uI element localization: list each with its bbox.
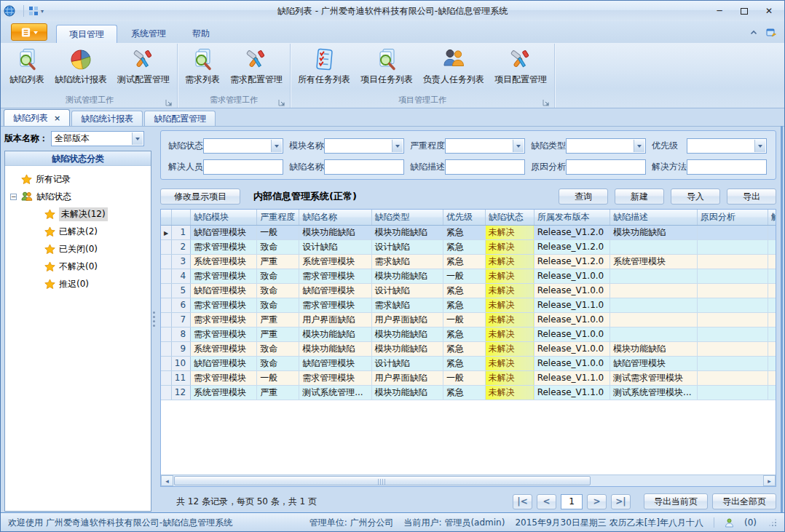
table-row[interactable]: 9系统管理模块致命模块功能缺陷模块功能缺陷紧急未解决Release_V1.0.0… (161, 341, 776, 356)
filter-module-name-combo[interactable] (324, 138, 404, 154)
cell-1[interactable]: 致命 (257, 283, 299, 298)
cell-1[interactable]: 一般 (257, 225, 299, 239)
table-row[interactable]: 10缺陷管理模块致命缺陷管理模块设计缺陷紧急未解决Release_V1.0.0缺… (161, 356, 776, 370)
doc-tab-defect-config-mgmt[interactable]: 缺陷配置管理 (144, 111, 216, 126)
cell-8[interactable] (697, 298, 768, 312)
cell-3[interactable]: 用户界面缺陷 (371, 312, 443, 327)
row-indicator-cell[interactable] (161, 385, 171, 400)
cell-6[interactable]: Release_V1.0.0 (534, 341, 610, 356)
cell-1[interactable]: 严重 (257, 312, 299, 327)
dialog-launcher-icon[interactable] (165, 98, 173, 106)
row-indicator-cell[interactable] (161, 254, 171, 269)
ribbon-button-requirement-list[interactable]: 需求列表 (180, 44, 225, 85)
cell-7[interactable]: 模块功能缺陷 (610, 225, 698, 239)
minimize-button[interactable]: ─ (707, 4, 732, 18)
resize-grip-icon[interactable] (767, 517, 777, 528)
cell-3[interactable]: 需求缺陷 (371, 254, 443, 269)
cell-1[interactable]: 致命 (257, 298, 299, 312)
cell-3[interactable]: 设计缺陷 (371, 283, 443, 298)
cell-9[interactable] (768, 269, 776, 283)
cell-6[interactable]: Release_V1.0.0 (534, 356, 610, 370)
cell-7[interactable]: 系统管理模块 (610, 254, 698, 269)
prev-page-button[interactable]: < (537, 494, 556, 509)
quick-access-toolbar-icon[interactable] (28, 6, 39, 16)
cell-2[interactable]: 模块功能缺陷 (299, 341, 371, 356)
cell-2[interactable]: 测试系统管理... (299, 385, 371, 400)
tree-item-closed[interactable]: 已关闭(0) (5, 240, 151, 258)
cell-9[interactable] (768, 239, 776, 254)
window-switch-icon[interactable] (765, 27, 777, 39)
tree-item-defect-status[interactable]: −缺陷状态 (5, 188, 151, 205)
cell-9[interactable] (768, 341, 776, 356)
cell-4[interactable]: 紧急 (443, 225, 485, 239)
cell-8[interactable] (697, 269, 768, 283)
ribbon-tab-1[interactable]: 系统管理 (119, 25, 178, 43)
filter-priority-combo[interactable] (687, 138, 767, 154)
close-tab-icon[interactable]: × (54, 114, 60, 123)
row-number-cell[interactable]: 10 (171, 356, 190, 370)
doc-tab-defect-stats-report[interactable]: 缺陷统计报表 (71, 111, 143, 126)
filter-solution-input[interactable] (687, 159, 767, 175)
ribbon-tab-0[interactable]: 项目管理 (56, 25, 117, 43)
cell-0[interactable]: 需求管理模块 (191, 327, 257, 341)
cell-1[interactable]: 致命 (257, 239, 299, 254)
table-row[interactable]: 8需求管理模块严重模块功能缺陷模块功能缺陷紧急未解决Release_V1.0.0 (161, 327, 776, 341)
row-indicator-cell[interactable] (161, 327, 171, 341)
cell-5[interactable]: 未解决 (485, 341, 534, 356)
row-indicator-cell[interactable] (161, 283, 171, 298)
cell-9[interactable] (768, 254, 776, 269)
row-number-cell[interactable]: 6 (171, 298, 190, 312)
filter-defect-name-input[interactable] (324, 159, 404, 175)
cell-9[interactable] (768, 356, 776, 370)
chevron-down-icon[interactable] (634, 140, 644, 152)
cell-8[interactable] (697, 327, 768, 341)
filter-defect-desc-input[interactable] (445, 159, 525, 175)
table-row[interactable]: 5缺陷管理模块致命缺陷管理模块设计缺陷紧急未解决Release_V1.0.0 (161, 283, 776, 298)
row-number-cell[interactable]: 12 (171, 385, 190, 400)
new-button[interactable]: 新建 (615, 188, 664, 205)
cell-0[interactable]: 缺陷管理模块 (191, 225, 257, 239)
cell-7[interactable] (610, 298, 698, 312)
tree-item-unresolved[interactable]: 未解决(12) (5, 205, 151, 223)
row-indicator-cell[interactable] (161, 269, 171, 283)
cell-7[interactable]: 测试需求管理模块 (610, 370, 698, 385)
grid-column-header-7[interactable]: 缺陷描述 (610, 210, 698, 225)
cell-1[interactable]: 严重 (257, 385, 299, 400)
grid-column-header-1[interactable]: 严重程度 (257, 210, 299, 225)
cell-3[interactable]: 模块功能缺陷 (371, 385, 443, 400)
version-select[interactable]: 全部版本 (51, 131, 144, 146)
cell-8[interactable] (697, 254, 768, 269)
cell-1[interactable]: 致命 (257, 269, 299, 283)
tree-item-postponed[interactable]: 推迟(0) (5, 275, 151, 293)
table-row[interactable]: 4需求管理模块致命需求管理模块模块功能缺陷一般未解决Release_V1.0.0 (161, 269, 776, 283)
grid-column-header-2[interactable]: 缺陷名称 (299, 210, 371, 225)
first-page-button[interactable]: |< (513, 494, 532, 509)
cell-3[interactable]: 模块功能缺陷 (371, 269, 443, 283)
cell-4[interactable]: 紧急 (443, 327, 485, 341)
filter-defect-type-combo[interactable] (566, 138, 646, 154)
cell-2[interactable]: 需求管理模块 (299, 298, 371, 312)
doc-tab-defect-list[interactable]: 缺陷列表× (4, 109, 70, 126)
table-row[interactable]: 11需求管理模块一般需求管理模块用户界面缺陷一般未解决Release_V1.1.… (161, 370, 776, 385)
row-number-cell[interactable]: 3 (171, 254, 190, 269)
cell-4[interactable]: 紧急 (443, 298, 485, 312)
tree-item-wont-fix[interactable]: 不解决(0) (5, 258, 151, 275)
cell-3[interactable]: 设计缺陷 (371, 356, 443, 370)
cell-5[interactable]: 未解决 (485, 312, 534, 327)
cell-5[interactable]: 未解决 (485, 370, 534, 385)
cell-0[interactable]: 系统管理模块 (191, 385, 257, 400)
cell-8[interactable] (697, 341, 768, 356)
next-page-button[interactable]: > (587, 494, 607, 509)
cell-2[interactable]: 缺陷管理模块 (299, 356, 371, 370)
cell-2[interactable]: 设计缺陷 (299, 239, 371, 254)
tree-item-resolved[interactable]: 已解决(2) (5, 223, 151, 240)
row-number-cell[interactable]: 7 (171, 312, 190, 327)
grid-column-header-4[interactable]: 优先级 (443, 210, 485, 225)
row-number-cell[interactable]: 2 (171, 239, 190, 254)
cell-7[interactable]: 模块功能缺陷 (610, 341, 698, 356)
table-row[interactable]: 12系统管理模块严重测试系统管理...模块功能缺陷紧急未解决Release_V1… (161, 385, 776, 400)
cell-6[interactable]: Release_V1.0.0 (534, 283, 610, 298)
cell-9[interactable] (768, 312, 776, 327)
cell-5[interactable]: 未解决 (485, 385, 534, 400)
tree-item-all-records[interactable]: 所有记录 (5, 170, 151, 188)
